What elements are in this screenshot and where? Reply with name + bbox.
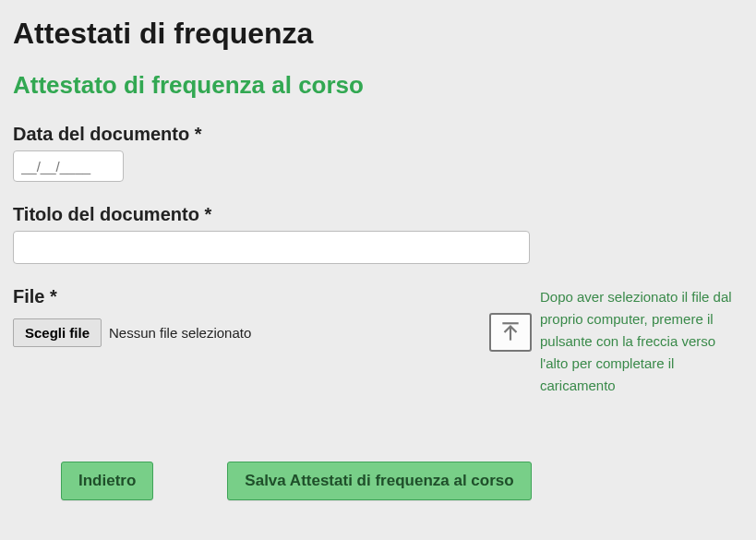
subtitle: Attestato di frequenza al corso (13, 71, 743, 100)
date-input[interactable] (13, 150, 124, 182)
page-title: Attestati di frequenza (13, 17, 743, 51)
back-button[interactable]: Indietro (61, 462, 153, 500)
title-label: Titolo del documento * (13, 204, 743, 225)
date-label: Data del documento * (13, 124, 743, 145)
choose-file-button[interactable]: Scegli file (13, 318, 102, 347)
save-button[interactable]: Salva Attestati di frequenza al corso (227, 462, 531, 500)
arrow-up-icon (498, 320, 522, 344)
file-label: File * (13, 286, 532, 307)
upload-button[interactable] (489, 313, 532, 352)
upload-hint: Dopo aver selezionato il file dal propri… (540, 286, 743, 397)
file-status: Nessun file selezionato (109, 325, 251, 341)
title-input[interactable] (13, 231, 530, 264)
